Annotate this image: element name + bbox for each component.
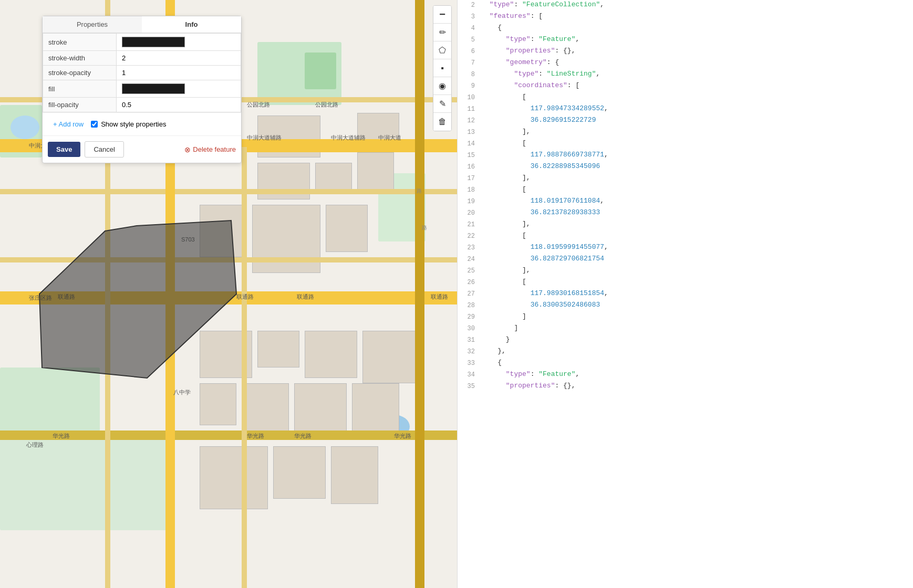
save-button[interactable]: Save <box>48 142 80 157</box>
table-row: stroke-opacity 1 <box>43 66 241 80</box>
prop-val-stroke-opacity[interactable]: 1 <box>117 66 241 80</box>
line-number: 32 <box>458 347 481 355</box>
line-content[interactable]: [ <box>481 232 913 239</box>
line-content[interactable]: "features": [ <box>481 12 913 20</box>
line-number: 27 <box>458 289 481 298</box>
line-content[interactable]: [ <box>481 278 913 286</box>
line-content[interactable]: ], <box>481 128 913 135</box>
json-line: 15 117.98878669738771, <box>458 150 913 162</box>
json-line: 21 ], <box>458 219 913 231</box>
line-content[interactable]: "type": "Feature", <box>481 370 913 378</box>
line-content[interactable]: "geometry": { <box>481 58 913 66</box>
line-content[interactable]: ] <box>481 312 913 320</box>
line-content[interactable]: [ <box>481 139 913 147</box>
prop-val-stroke[interactable] <box>117 34 241 51</box>
line-number: 4 <box>458 24 481 32</box>
add-row-link[interactable]: + Add row <box>48 116 89 132</box>
json-line: 26 [ <box>458 277 913 289</box>
line-content[interactable]: { <box>481 24 913 32</box>
line-number: 3 <box>458 12 481 20</box>
line-content[interactable]: ], <box>481 266 913 274</box>
prop-val-fill[interactable] <box>117 80 241 98</box>
json-line: 8 "type": "LineString", <box>458 69 913 81</box>
json-line: 3 "features": [ <box>458 12 913 23</box>
line-content[interactable]: ], <box>481 174 913 182</box>
line-number: 25 <box>458 266 481 275</box>
line-content[interactable]: 118.01959991455077, <box>481 243 913 251</box>
line-content[interactable]: 36.83003502486083 <box>481 301 913 309</box>
action-row: Save Cancel ⊗ Delete feature <box>43 135 241 163</box>
line-content[interactable]: "coordinates": [ <box>481 81 913 89</box>
panel-footer: + Add row Show style properties <box>43 112 241 135</box>
draw-rect-button[interactable]: ▪ <box>433 59 451 77</box>
line-content[interactable]: 117.98878669738771, <box>481 151 913 159</box>
line-number: 19 <box>458 197 481 205</box>
json-line: 24 36.828729706821754 <box>458 254 913 266</box>
stroke-color-swatch[interactable] <box>122 37 185 47</box>
prop-key-stroke-width: stroke-width <box>43 51 117 66</box>
line-number: 15 <box>458 151 481 159</box>
line-content[interactable]: ] <box>481 324 913 332</box>
json-line: 2 "type": "FeatureCollection", <box>458 0 913 12</box>
line-content[interactable]: 36.82288985345096 <box>481 162 913 170</box>
tab-properties[interactable]: Properties <box>43 16 142 33</box>
table-row: stroke <box>43 34 241 51</box>
line-number: 33 <box>458 359 481 367</box>
delete-feature-toolbar-button[interactable]: 🗑 <box>433 113 451 131</box>
prop-key-stroke-opacity: stroke-opacity <box>43 66 117 80</box>
delete-feature-button[interactable]: ⊗ Delete feature <box>184 145 236 154</box>
json-line: 20 36.82137828938333 <box>458 208 913 219</box>
line-content[interactable]: 36.8296915222729 <box>481 116 913 124</box>
draw-polygon-button[interactable]: ⬠ <box>433 41 451 59</box>
json-line: 13 ], <box>458 127 913 139</box>
line-content[interactable]: 118.0191707611084, <box>481 197 913 205</box>
line-content[interactable]: "properties": {}, <box>481 47 913 55</box>
line-content[interactable]: 117.98947334289552, <box>481 104 913 112</box>
json-line: 22 [ <box>458 231 913 243</box>
line-content[interactable]: "type": "FeatureCollection", <box>481 1 913 8</box>
json-line: 18 [ <box>458 185 913 196</box>
json-line: 29 ] <box>458 312 913 323</box>
line-content[interactable]: ], <box>481 220 913 228</box>
line-content[interactable]: "type": "LineString", <box>481 70 913 78</box>
place-marker-button[interactable]: ◉ <box>433 77 451 95</box>
json-line: 28 36.83003502486083 <box>458 300 913 312</box>
prop-val-fill-opacity[interactable]: 0.5 <box>117 98 241 112</box>
properties-table: stroke stroke-width 2 stroke-opacity 1 f… <box>43 33 241 112</box>
line-content[interactable]: 36.828729706821754 <box>481 255 913 262</box>
line-number: 14 <box>458 139 481 148</box>
delete-icon: ⊗ <box>184 145 191 154</box>
line-number: 11 <box>458 104 481 113</box>
json-editor-panel[interactable]: 2 "type": "FeatureCollection",3 "feature… <box>457 0 913 588</box>
line-content[interactable]: 36.82137828938333 <box>481 208 913 216</box>
show-style-checkbox[interactable] <box>91 121 98 128</box>
line-content[interactable]: "properties": {}, <box>481 382 913 390</box>
json-line: 27 117.98930168151854, <box>458 289 913 300</box>
json-line: 33 { <box>458 358 913 370</box>
draw-line-button[interactable]: ✏ <box>433 24 451 41</box>
zoom-out-button[interactable]: − <box>433 6 451 24</box>
show-style-label[interactable]: Show style properties <box>91 116 166 132</box>
json-line: 12 36.8296915222729 <box>458 116 913 127</box>
line-number: 31 <box>458 335 481 344</box>
line-content[interactable]: 117.98930168151854, <box>481 289 913 297</box>
line-number: 21 <box>458 220 481 228</box>
edit-feature-button[interactable]: ✎ <box>433 95 451 113</box>
json-line: 10 [ <box>458 92 913 104</box>
fill-color-swatch[interactable] <box>122 83 185 94</box>
json-line: 34 "type": "Feature", <box>458 370 913 381</box>
line-content[interactable]: [ <box>481 185 913 193</box>
line-number: 10 <box>458 93 481 101</box>
line-content[interactable]: } <box>481 335 913 343</box>
line-content[interactable]: [ <box>481 93 913 101</box>
cancel-button[interactable]: Cancel <box>85 141 123 158</box>
line-content[interactable]: }, <box>481 347 913 355</box>
json-line: 30 ] <box>458 323 913 335</box>
line-content[interactable]: "type": "Feature", <box>481 35 913 43</box>
panel-tabs: Properties Info <box>43 16 241 33</box>
line-content[interactable]: { <box>481 359 913 366</box>
tab-info[interactable]: Info <box>142 16 241 33</box>
prop-val-stroke-width[interactable]: 2 <box>117 51 241 66</box>
json-line: 35 "properties": {}, <box>458 381 913 393</box>
json-line: 5 "type": "Feature", <box>458 35 913 46</box>
